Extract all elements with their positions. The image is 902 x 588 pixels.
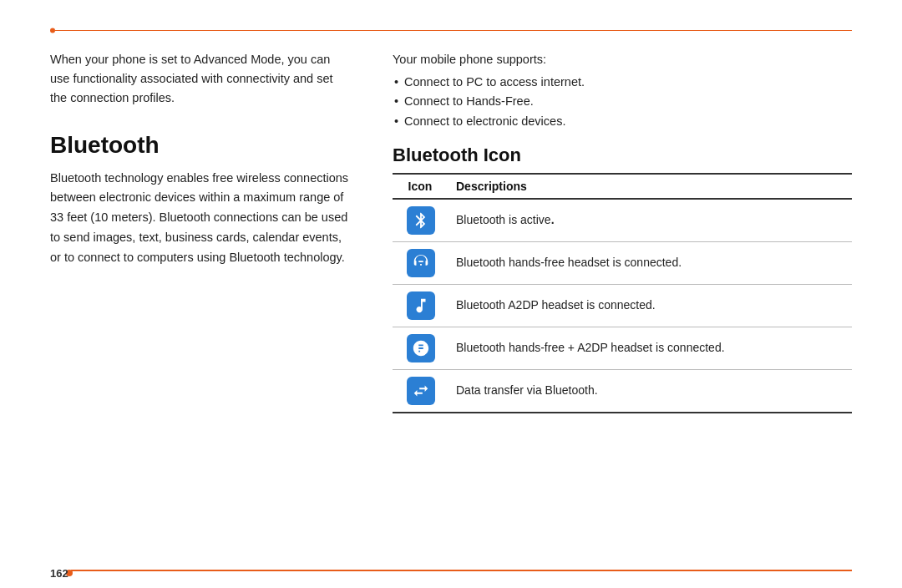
bluetooth-headset-icon <box>407 249 435 277</box>
desc-cell-3: Bluetooth A2DP headset is connected. <box>451 284 852 327</box>
left-column: When your phone is set to Advanced Mode,… <box>50 50 351 555</box>
bluetooth-icon-section: Bluetooth Icon Icon Descriptions <box>393 144 852 413</box>
icon-cell-4 <box>393 327 451 369</box>
combo-svg <box>412 339 430 357</box>
body-text: Bluetooth technology enables free wirele… <box>50 169 351 269</box>
supports-item-1: Connect to PC to access internet. <box>393 73 852 92</box>
table-row: Bluetooth A2DP headset is connected. <box>393 284 852 327</box>
bluetooth-icon-title: Bluetooth Icon <box>393 144 852 166</box>
col-header-icon: Icon <box>393 174 451 199</box>
desc-cell-4: Bluetooth hands-free + A2DP headset is c… <box>451 327 852 369</box>
icon-cell-2 <box>393 241 451 284</box>
table-row: Bluetooth is active. <box>393 199 852 242</box>
table-row: Bluetooth hands-free + A2DP headset is c… <box>393 327 852 369</box>
icon-cell-3 <box>393 284 451 327</box>
supports-title: Your mobile phone supports: <box>393 50 852 69</box>
intro-text: When your phone is set to Advanced Mode,… <box>50 50 351 109</box>
desc-cell-2: Bluetooth hands-free headset is connecte… <box>451 241 852 284</box>
col-header-desc: Descriptions <box>451 174 852 199</box>
transfer-svg <box>412 382 430 400</box>
bluetooth-table: Icon Descriptions Bluetooth <box>393 173 852 413</box>
bluetooth-active-svg <box>412 211 430 230</box>
bluetooth-combo-icon <box>407 334 435 362</box>
desc-cell-1: Bluetooth is active. <box>451 199 852 242</box>
bottom-bar: 162 <box>0 558 902 588</box>
music-svg <box>412 297 430 315</box>
supports-item-2: Connect to Hands-Free. <box>393 92 852 111</box>
icon-cell-1 <box>393 199 451 242</box>
content-area: When your phone is set to Advanced Mode,… <box>50 50 852 555</box>
desc-cell-5: Data transfer via Bluetooth. <box>451 369 852 413</box>
table-header-row: Icon Descriptions <box>393 174 852 199</box>
table-row: Data transfer via Bluetooth. <box>393 369 852 413</box>
bluetooth-transfer-icon <box>407 377 435 405</box>
right-column: Your mobile phone supports: Connect to P… <box>393 50 852 555</box>
headset-svg <box>412 254 430 272</box>
page-number: 162 <box>50 567 68 580</box>
supports-item-3: Connect to electronic devices. <box>393 112 852 131</box>
top-decorative-line <box>50 30 852 31</box>
table-row: Bluetooth hands-free headset is connecte… <box>393 241 852 284</box>
supports-section: Your mobile phone supports: Connect to P… <box>393 50 852 131</box>
icon-cell-5 <box>393 369 451 413</box>
bluetooth-active-icon <box>407 206 435 235</box>
section-title: Bluetooth <box>50 132 351 159</box>
bluetooth-a2dp-icon <box>407 291 435 320</box>
